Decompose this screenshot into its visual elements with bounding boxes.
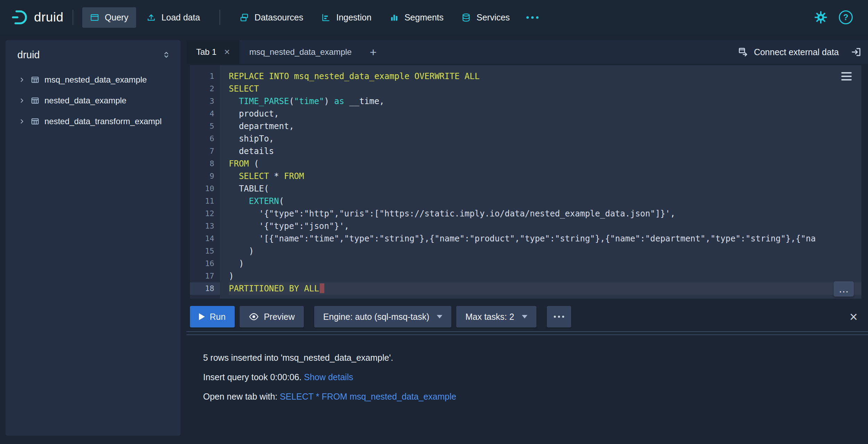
sidebar-item-nested-data-transform-example[interactable]: nested_data_transform_exampl	[6, 111, 181, 132]
nav-services[interactable]: Services	[454, 7, 517, 28]
schema-title: druid	[17, 49, 40, 61]
line-number: 14	[190, 232, 220, 245]
nav-segments[interactable]: Segments	[382, 7, 451, 28]
code-line[interactable]: SELECT * FROM	[229, 170, 861, 182]
rows-inserted-text: 5 rows inserted into 'msq_nested_data_ex…	[203, 353, 393, 362]
open-panel-icon[interactable]	[851, 46, 862, 58]
run-label: Run	[210, 312, 226, 322]
line-number: 13	[190, 220, 220, 232]
sidebar-item-msq-nested-data-example[interactable]: msq_nested_data_example	[6, 69, 181, 90]
code-line[interactable]: SELECT	[229, 83, 861, 95]
line-number: 10	[190, 182, 220, 195]
preview-button[interactable]: Preview	[240, 306, 304, 327]
table-icon	[31, 96, 40, 105]
datasource-label: msq_nested_data_example	[44, 75, 147, 85]
nav-datasources[interactable]: Datasources	[232, 7, 311, 28]
max-tasks-dropdown[interactable]: Max tasks: 2	[456, 306, 536, 327]
connect-external-data-icon	[738, 47, 748, 57]
code-line[interactable]: TABLE(	[229, 182, 861, 195]
code-line[interactable]: details	[229, 145, 861, 157]
code-line[interactable]: )	[229, 245, 861, 257]
duration-text: Insert query took 0:00:06.	[203, 372, 304, 382]
editor-code[interactable]: REPLACE INTO msq_nested_data_example OVE…	[220, 65, 861, 299]
more-icon	[536, 16, 539, 19]
line-number: 9	[190, 170, 220, 182]
run-more-button[interactable]	[547, 306, 571, 327]
code-line[interactable]: department,	[229, 120, 861, 133]
close-tab-icon[interactable]: ×	[224, 47, 230, 57]
connect-external-data-label: Connect external data	[754, 47, 839, 57]
nav-label: Query	[105, 12, 128, 23]
line-number: 11	[190, 195, 220, 207]
tabbar-right: Connect external data	[738, 40, 868, 64]
eye-icon	[249, 311, 259, 322]
code-line[interactable]: PARTITIONED BY ALL	[229, 282, 861, 295]
datasource-label: nested_data_transform_exampl	[44, 117, 162, 126]
sidebar-header: druid	[6, 40, 181, 69]
panel-splitter[interactable]	[186, 331, 868, 337]
code-line[interactable]: '{"type":"json"}',	[229, 220, 861, 232]
sql-editor[interactable]: 123456789101112131415161718 REPLACE INTO…	[190, 65, 861, 299]
tab-1[interactable]: Tab 1 ×	[186, 40, 240, 64]
editor-overflow-button[interactable]: …	[834, 281, 854, 297]
header-right: ?	[814, 10, 858, 24]
nav-load-data[interactable]: Load data	[139, 7, 208, 28]
code-line[interactable]: )	[229, 270, 861, 282]
engine-dropdown[interactable]: Engine: auto (sql-msq-task)	[314, 306, 452, 327]
settings-gear-icon[interactable]	[814, 10, 828, 24]
help-icon[interactable]: ?	[839, 10, 853, 24]
query-results: 5 rows inserted into 'msq_nested_data_ex…	[203, 351, 456, 410]
code-line[interactable]: REPLACE INTO msq_nested_data_example OVE…	[229, 70, 861, 83]
nav-ingestion[interactable]: Ingestion	[314, 7, 379, 28]
close-results-icon[interactable]: ×	[850, 310, 858, 324]
nav-label: Segments	[404, 12, 444, 23]
result-open-new-tab: Open new tab with: SELECT * FROM msq_nes…	[203, 390, 456, 403]
nav-more-button[interactable]	[520, 9, 545, 26]
double-caret-vertical-icon[interactable]	[162, 50, 171, 59]
chevron-right-icon	[18, 97, 26, 104]
new-tab-button[interactable]: +	[361, 40, 385, 64]
line-number: 8	[190, 157, 220, 170]
bar-chart-icon	[390, 13, 399, 22]
code-line[interactable]: FROM (	[229, 157, 861, 170]
max-tasks-label: Max tasks: 2	[465, 312, 514, 322]
open-new-tab-query-link[interactable]: SELECT * FROM msq_nested_data_example	[280, 392, 456, 401]
more-icon	[558, 316, 560, 318]
run-toolbar: Run Preview Engine: auto (sql-msq-task) …	[190, 306, 858, 327]
tab-label: msq_nested_data_example	[249, 47, 352, 57]
editor-gutter: 123456789101112131415161718	[190, 65, 220, 299]
code-line[interactable]: shipTo,	[229, 133, 861, 145]
code-line[interactable]: )	[229, 257, 861, 270]
code-line[interactable]: '{"type":"http","uris":["https://static.…	[229, 207, 861, 220]
result-duration: Insert query took 0:00:06. Show details	[203, 371, 456, 383]
sidebar-item-nested-data-example[interactable]: nested_data_example	[6, 90, 181, 111]
nav-label: Load data	[161, 12, 200, 23]
line-number: 18	[190, 282, 220, 295]
query-tabbar: Tab 1 × msq_nested_data_example + Connec…	[186, 40, 868, 64]
text-cursor	[320, 283, 324, 293]
connect-external-data-button[interactable]: Connect external data	[738, 47, 839, 57]
line-number: 1	[190, 70, 220, 83]
line-number: 15	[190, 245, 220, 257]
tab-msq-nested-data-example[interactable]: msq_nested_data_example	[240, 40, 361, 64]
database-icon	[461, 13, 471, 22]
code-line[interactable]: product,	[229, 108, 861, 120]
code-line[interactable]: '[{"name":"time","type":"string"},{"name…	[229, 232, 861, 245]
druid-logo[interactable]: druid	[10, 8, 64, 26]
layers-icon	[240, 13, 249, 22]
code-line[interactable]: EXTERN(	[229, 195, 861, 207]
line-number: 17	[190, 270, 220, 282]
chevron-right-icon	[18, 76, 26, 84]
more-icon	[526, 16, 529, 19]
divider	[219, 10, 220, 25]
editor-menu-icon[interactable]	[841, 72, 852, 83]
show-details-link[interactable]: Show details	[304, 372, 353, 382]
code-line[interactable]: TIME_PARSE("time") as __time,	[229, 95, 861, 108]
run-button[interactable]: Run	[190, 306, 235, 327]
more-icon	[554, 316, 556, 318]
engine-label: Engine: auto (sql-msq-task)	[323, 312, 429, 322]
line-number: 3	[190, 95, 220, 108]
query-console-icon	[90, 13, 99, 22]
nav-query[interactable]: Query	[82, 7, 136, 28]
datasource-label: nested_data_example	[44, 96, 126, 105]
